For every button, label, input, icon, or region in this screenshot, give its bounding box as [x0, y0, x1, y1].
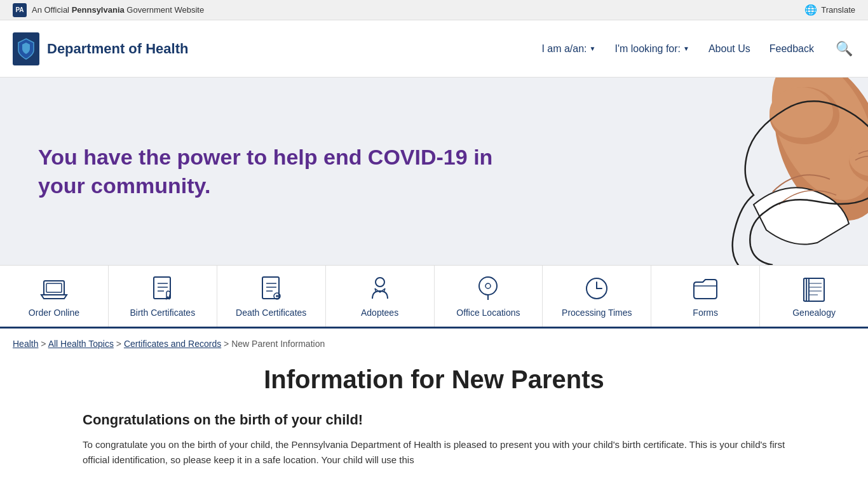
section-heading: Congratulations on the birth of your chi… [83, 412, 785, 428]
header-nav: I am a/an: ▼ I'm looking for: ▼ About Us… [541, 38, 855, 60]
dept-logo-icon [13, 32, 39, 65]
nav-genealogy-label: Genealogy [792, 308, 836, 318]
location-icon [474, 274, 502, 302]
translate-label: Translate [821, 5, 855, 15]
nav-feedback[interactable]: Feedback [770, 43, 814, 55]
chevron-down-icon: ▼ [683, 45, 689, 52]
clock-icon [583, 274, 611, 302]
nav-death-certificates[interactable]: Death Certificates [217, 266, 326, 327]
nav-forms[interactable]: Forms [651, 266, 760, 327]
nav-processing-times[interactable]: Processing Times [543, 266, 651, 327]
svg-point-13 [485, 283, 491, 288]
nav-looking-for[interactable]: I'm looking for: ▼ [614, 43, 689, 55]
svg-point-11 [376, 278, 384, 287]
svg-point-12 [479, 277, 497, 295]
person-icon [366, 274, 394, 302]
svg-rect-8 [154, 277, 170, 299]
arm-illustration [690, 78, 868, 265]
book-icon [800, 274, 828, 302]
hero-image [690, 78, 868, 265]
breadcrumb-certificates-records[interactable]: Certificates and Records [124, 339, 221, 349]
site-header: Department of Health I am a/an: ▼ I'm lo… [0, 20, 868, 78]
nav-genealogy[interactable]: Genealogy [760, 266, 868, 327]
nav-i-am-an[interactable]: I am a/an: ▼ [541, 43, 595, 55]
site-logo[interactable]: Department of Health [13, 32, 188, 65]
breadcrumb-all-health-topics[interactable]: All Health Topics [48, 339, 114, 349]
official-site-notice: PA An Official Pennsylvania Government W… [13, 3, 204, 17]
nav-birth-certificates[interactable]: Birth Certificates [109, 266, 217, 327]
nav-processing-times-label: Processing Times [562, 308, 632, 318]
nav-forms-label: Forms [693, 308, 718, 318]
laptop-icon [40, 274, 68, 302]
svg-rect-9 [262, 277, 279, 299]
globe-icon: 🌐 [804, 4, 817, 16]
nav-office-locations-label: Office Locations [456, 308, 520, 318]
top-bar: PA An Official Pennsylvania Government W… [0, 0, 868, 20]
page-title: Information for New Parents [83, 365, 785, 394]
official-text: An Official Pennsylvania Government Webs… [32, 5, 204, 15]
body-text: To congratulate you on the birth of your… [83, 437, 785, 468]
nav-about-us[interactable]: About Us [709, 43, 750, 55]
death-cert-icon [257, 274, 285, 302]
svg-rect-16 [806, 278, 809, 301]
hero-text: You have the power to help end COVID-19 … [0, 143, 540, 199]
dept-name: Department of Health [47, 41, 188, 57]
breadcrumb: Health > All Health Topics > Certificate… [0, 329, 868, 359]
nav-birth-cert-label: Birth Certificates [130, 308, 195, 318]
breadcrumb-current: New Parent Information [231, 339, 325, 349]
breadcrumb-health[interactable]: Health [13, 339, 38, 349]
folder-icon [691, 274, 719, 302]
nav-office-locations[interactable]: Office Locations [435, 266, 543, 327]
nav-order-online-label: Order Online [29, 308, 79, 318]
translate-button[interactable]: 🌐 Translate [804, 4, 855, 16]
hero-banner: You have the power to help end COVID-19 … [0, 78, 868, 265]
chevron-down-icon: ▼ [590, 45, 596, 52]
icon-nav-bar: Order Online Birth Certificates Death Ce… [0, 265, 868, 329]
svg-rect-7 [46, 283, 62, 292]
nav-order-online[interactable]: Order Online [0, 266, 109, 327]
nav-death-cert-label: Death Certificates [236, 308, 306, 318]
pa-seal: PA [13, 3, 27, 17]
nav-adoptees-label: Adoptees [361, 308, 398, 318]
birth-cert-icon [149, 274, 177, 302]
search-button[interactable]: 🔍 [833, 38, 855, 60]
nav-adoptees[interactable]: Adoptees [326, 266, 435, 327]
main-content: Information for New Parents Congratulati… [0, 359, 868, 487]
